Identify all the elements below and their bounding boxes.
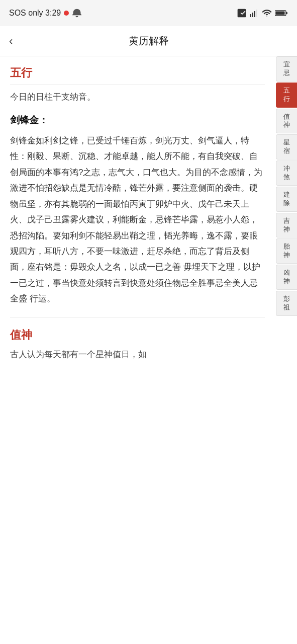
status-icons-right xyxy=(237,8,288,18)
section-2-title: 值神 xyxy=(10,328,265,343)
svg-rect-1 xyxy=(252,13,253,17)
svg-rect-0 xyxy=(250,14,251,17)
sidebar-tab-3[interactable]: 星宿 xyxy=(276,134,297,159)
sidebar-tab-0[interactable]: 宜忌 xyxy=(276,56,297,82)
sidebar-tab-9[interactable]: 彭祖 xyxy=(276,291,297,316)
status-text: SOS only 3:29 xyxy=(9,9,61,18)
sub-title-jianfeng: 剑锋金： xyxy=(10,114,265,127)
status-left: SOS only 3:29 xyxy=(9,8,82,18)
status-bar: SOS only 3:29 xyxy=(0,0,297,26)
section-divider xyxy=(10,317,265,317)
header: ‹ 黄历解释 xyxy=(0,26,297,56)
status-dot xyxy=(64,11,69,16)
intro-text: 今日的日柱干支纳音。 xyxy=(10,90,265,105)
sidebar-tabs: 宜忌五行值神星宿冲煞建除吉神胎神凶神彭祖 xyxy=(276,56,297,317)
battery-icon xyxy=(275,10,288,17)
svg-rect-3 xyxy=(256,10,257,17)
sidebar-tab-6[interactable]: 吉神 xyxy=(276,213,297,238)
sidebar-tab-4[interactable]: 冲煞 xyxy=(276,160,297,186)
main-content: 五行 今日的日柱干支纳音。 剑锋金： 剑锋金如利剑之锋，已受过千锤百炼，剑光万丈… xyxy=(0,56,297,372)
sidebar-tab-7[interactable]: 胎神 xyxy=(276,238,297,264)
signal-icon xyxy=(250,9,259,17)
nfc-icon xyxy=(237,8,247,18)
back-button[interactable]: ‹ xyxy=(9,36,13,47)
svg-rect-6 xyxy=(276,12,285,15)
sidebar-tab-8[interactable]: 凶神 xyxy=(276,265,297,290)
svg-rect-2 xyxy=(254,11,255,17)
sidebar-tab-1[interactable]: 五行 xyxy=(276,83,297,108)
svg-rect-5 xyxy=(286,12,287,14)
section-title-wuxing: 五行 xyxy=(10,65,265,85)
sidebar-tab-2[interactable]: 值神 xyxy=(276,109,297,134)
page-title: 黄历解释 xyxy=(129,34,169,48)
wifi-icon xyxy=(262,9,272,17)
notification-icon xyxy=(72,8,82,18)
section-2-text: 古人认为每天都有一个星神值日，如 xyxy=(10,348,265,362)
sidebar-tab-5[interactable]: 建除 xyxy=(276,187,297,212)
body-text: 剑锋金如利剑之锋，已受过千锤百炼，剑光万丈、剑气逼人，特性：刚毅、果断、沉稳、才… xyxy=(10,133,265,307)
